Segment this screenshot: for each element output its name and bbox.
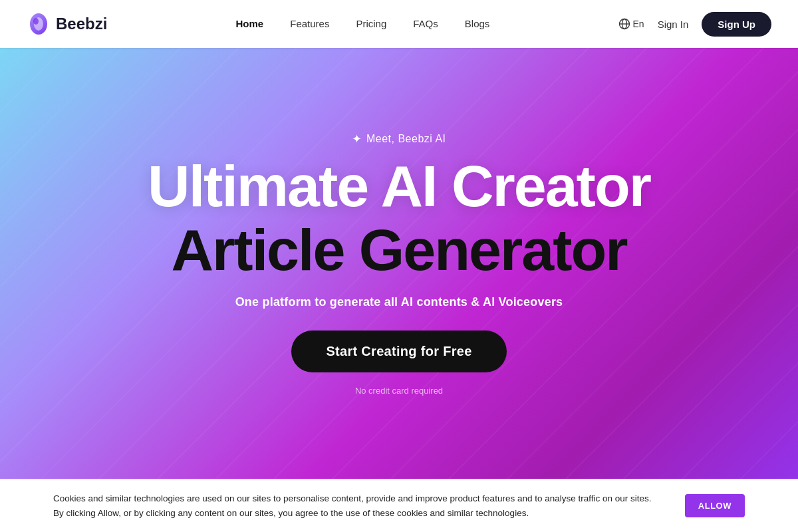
- nav-home[interactable]: Home: [236, 18, 264, 29]
- hero-content: ✦ Meet, Beebzi AI Ultimate AI Creator Ar…: [148, 132, 650, 396]
- logo-icon: [27, 12, 51, 36]
- nav-features[interactable]: Features: [290, 18, 329, 29]
- signup-button[interactable]: Sign Up: [702, 12, 771, 37]
- cta-button[interactable]: Start Creating for Free: [291, 331, 506, 372]
- allow-button[interactable]: ALLOW: [685, 494, 745, 517]
- nav-pricing[interactable]: Pricing: [356, 18, 386, 29]
- globe-icon: [618, 18, 630, 30]
- cookie-text: Cookies and similar technologies are use…: [53, 491, 664, 520]
- sparkle-icon: ✦: [352, 132, 362, 146]
- logo-text: Beebzi: [56, 15, 107, 33]
- svg-point-2: [33, 18, 39, 25]
- navbar: Beebzi Home Features Pricing FAQs Blogs …: [0, 0, 798, 48]
- nav-right: En Sign In Sign Up: [618, 12, 772, 37]
- signin-button[interactable]: Sign In: [658, 19, 689, 30]
- hero-subtitle: One platform to generate all AI contents…: [235, 295, 563, 309]
- language-button[interactable]: En: [618, 18, 644, 30]
- hero-section: ✦ Meet, Beebzi AI Ultimate AI Creator Ar…: [0, 48, 798, 479]
- lang-label: En: [633, 19, 644, 29]
- logo[interactable]: Beebzi: [27, 12, 107, 36]
- hero-title-line1: Ultimate AI Creator: [148, 157, 650, 215]
- meet-tag: ✦ Meet, Beebzi AI: [352, 132, 446, 146]
- no-credit-text: No credit card required: [355, 386, 443, 396]
- nav-links: Home Features Pricing FAQs Blogs: [236, 18, 490, 30]
- nav-blogs[interactable]: Blogs: [465, 18, 490, 29]
- cookie-banner: Cookies and similar technologies are use…: [0, 479, 798, 532]
- hero-title-line2: Article Generator: [172, 221, 627, 279]
- nav-faqs[interactable]: FAQs: [413, 18, 438, 29]
